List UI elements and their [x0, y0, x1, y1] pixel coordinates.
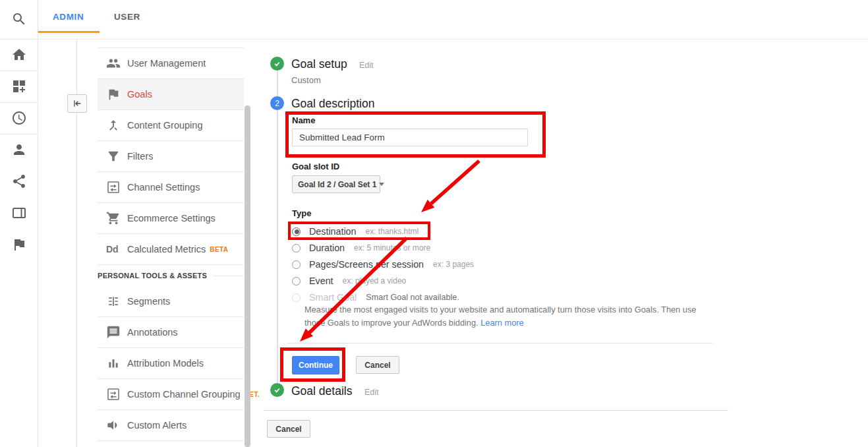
radio-selected-icon[interactable]: [292, 227, 301, 236]
sidebar-scrollbar[interactable]: [245, 105, 250, 447]
people-icon: [106, 56, 121, 71]
channel-settings-icon: [106, 180, 121, 194]
home-icon[interactable]: [11, 47, 27, 63]
sidebar-item-goals[interactable]: Goals: [98, 79, 244, 110]
step-connector-line: [277, 71, 278, 383]
continue-button[interactable]: Continue: [292, 356, 339, 374]
rail-divider: [0, 134, 38, 134]
annotation-arrow-to-destination: [431, 161, 479, 204]
arrowhead-icon: [421, 200, 434, 212]
sidebar-item-label: Content Grouping: [127, 120, 202, 131]
goal-setup-edit-link[interactable]: Edit: [359, 61, 374, 70]
sidebar-item-label: Calculated Metrics: [127, 244, 206, 254]
megaphone-icon: [106, 418, 121, 432]
sidebar-item-label: Custom Alerts: [127, 420, 187, 431]
sidebar-item-segments[interactable]: Segments: [98, 286, 244, 317]
sidebar-item-content-grouping[interactable]: Content Grouping: [98, 110, 244, 141]
tab-user[interactable]: USER: [114, 12, 140, 22]
radio-icon[interactable]: [292, 277, 301, 285]
view-settings-menu: User Management Goals Content Grouping F…: [98, 47, 244, 441]
user-icon[interactable]: [11, 142, 27, 158]
active-tab-underline: [38, 31, 100, 33]
history-clock-icon[interactable]: [11, 110, 27, 126]
section-divider: [287, 343, 712, 343]
beta-badge: BETA: [210, 246, 228, 253]
dashboards-icon[interactable]: [11, 78, 27, 94]
sidebar-item-channel-settings[interactable]: Channel Settings: [98, 172, 244, 203]
sidebar-item-label: Goals: [127, 89, 152, 100]
rail-divider: [0, 102, 38, 103]
sidebar-item-annotations[interactable]: Annotations: [98, 317, 244, 348]
goal-details-edit-link[interactable]: Edit: [364, 388, 379, 397]
sidebar-item-label: User Management: [127, 58, 206, 69]
sidebar-item-label: Annotations: [127, 327, 178, 338]
bottom-cancel-button[interactable]: Cancel: [267, 420, 310, 438]
chevron-down-icon: [379, 183, 384, 186]
segments-icon: [106, 294, 121, 309]
radio-option-label: Duration: [309, 243, 345, 253]
sidebar-item-user-management[interactable]: User Management: [98, 48, 244, 79]
radio-icon[interactable]: [292, 260, 301, 269]
flag-icon: [106, 87, 121, 102]
radio-option-hint: ex: played a video: [343, 276, 407, 285]
goal-details-done-icon: [270, 383, 284, 397]
sidebar-item-label: Segments: [127, 296, 170, 307]
connections-share-icon[interactable]: [11, 173, 27, 189]
learn-more-link[interactable]: Learn more: [480, 318, 523, 328]
cart-icon: [106, 211, 121, 225]
section-divider: [214, 276, 244, 276]
billing-card-icon[interactable]: [11, 205, 27, 221]
admin-header: ADMIN USER: [38, 0, 868, 40]
radio-option-hint: ex: 5 minutes or more: [354, 243, 430, 253]
radio-option-label: Pages/Screens per session: [309, 259, 424, 270]
sidebar-item-filters[interactable]: Filters: [98, 141, 244, 172]
radio-option-hint: ex: thanks.html: [366, 227, 419, 236]
radio-option-label: Destination: [309, 226, 357, 237]
sidebar-item-attribution-models[interactable]: Attribution Models: [98, 348, 244, 379]
radio-option-label: Event: [309, 276, 333, 286]
step-2-icon: 2: [270, 96, 284, 110]
flag-icon[interactable]: [11, 237, 27, 253]
app-icon-rail: [0, 0, 38, 447]
goal-slot-dropdown[interactable]: Goal Id 2 / Goal Set 1: [292, 175, 380, 193]
radio-option-duration[interactable]: Duration ex: 5 minutes or more: [292, 242, 430, 254]
radio-option-event[interactable]: Event ex: played a video: [292, 275, 406, 287]
goal-setup-title: Goal setup: [291, 57, 347, 71]
sidebar-item-label: Filters: [127, 151, 153, 162]
radio-disabled-icon: [292, 293, 301, 302]
goal-slot-value: Goal Id 2 / Goal Set 1: [298, 180, 376, 189]
goal-name-input[interactable]: [292, 129, 528, 146]
tab-admin[interactable]: ADMIN: [53, 12, 84, 22]
search-icon[interactable]: [11, 11, 27, 27]
goal-setup-done-icon: [270, 57, 284, 71]
sidebar-item-custom-channel-grouping[interactable]: Custom Channel Grouping BET.: [98, 379, 244, 410]
bar-chart-icon: [106, 356, 121, 371]
sidebar-item-label: Attribution Models: [127, 358, 204, 369]
radio-option-destination[interactable]: Destination ex: thanks.html: [292, 225, 419, 237]
sidebar-item-calculated-metrics[interactable]: Dd Calculated Metrics BETA: [98, 234, 244, 265]
personal-tools-section-header: PERSONAL TOOLS & ASSETS: [98, 265, 244, 286]
goal-details-title: Goal details: [291, 384, 352, 398]
goal-description-title: Goal description: [291, 97, 374, 111]
goal-slot-id-label: Goal slot ID: [292, 162, 339, 171]
sidebar-item-label: Ecommerce Settings: [127, 213, 216, 224]
radio-icon[interactable]: [292, 244, 301, 253]
radio-option-hint: ex: 3 pages: [433, 260, 474, 269]
sidebar-item-label: Channel Settings: [127, 182, 200, 193]
smart-goal-description: Measure the most engaged visits to your …: [304, 303, 700, 330]
section-title: PERSONAL TOOLS & ASSETS: [98, 272, 207, 280]
name-label: Name: [292, 115, 315, 125]
channel-settings-icon: [106, 387, 121, 402]
radio-option-label: Smart Goal: [309, 292, 357, 303]
funnel-icon: [106, 149, 121, 164]
rail-divider: [0, 39, 38, 40]
type-label: Type: [292, 208, 311, 218]
rail-divider: [0, 71, 38, 71]
sidebar-item-custom-alerts[interactable]: Custom Alerts: [98, 410, 244, 441]
cancel-button[interactable]: Cancel: [356, 356, 399, 374]
radio-option-pages-screens[interactable]: Pages/Screens per session ex: 3 pages: [292, 258, 474, 270]
annotations-icon: [106, 325, 121, 340]
collapse-sidebar-button[interactable]: [67, 94, 87, 113]
sidebar-item-label: Custom Channel Grouping: [127, 389, 241, 400]
sidebar-item-ecommerce-settings[interactable]: Ecommerce Settings: [98, 203, 244, 234]
